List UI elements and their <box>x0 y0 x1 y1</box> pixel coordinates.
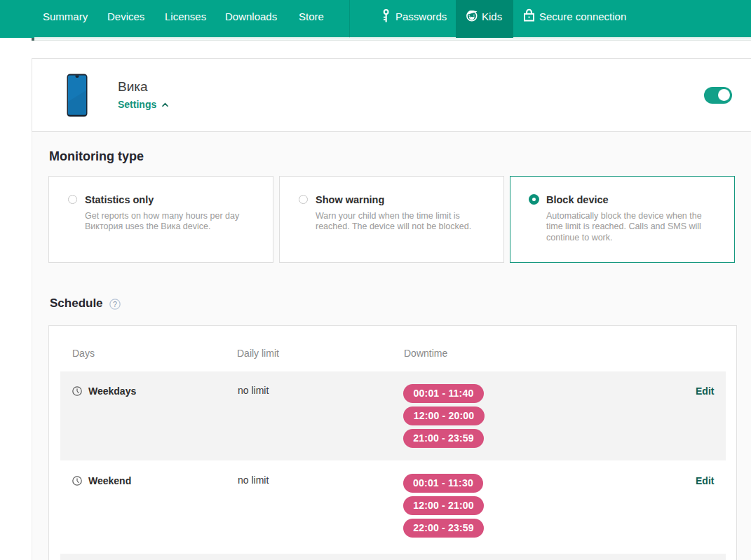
svg-text:?: ? <box>113 300 117 308</box>
